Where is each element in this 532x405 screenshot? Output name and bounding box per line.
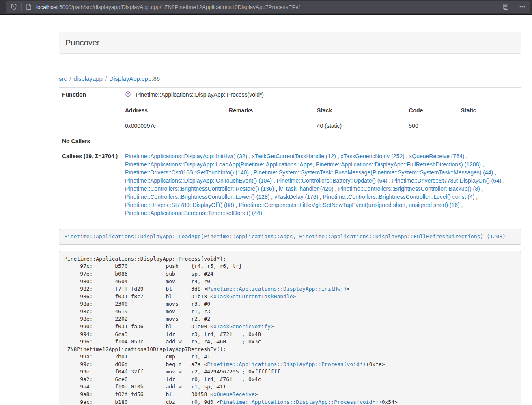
no-callers-row: No Callers xyxy=(59,134,521,149)
browser-toolbar: localhost:5000/path/src/displayapp/Displ… xyxy=(0,0,532,15)
breadcrumb-line-number: :86 xyxy=(151,75,160,82)
urlbar-separator xyxy=(21,3,22,11)
highlighted-symbol-box: Pinetime::Applications::DisplayApp::Load… xyxy=(59,229,521,245)
asm-symbol-link[interactable]: xQueueReceive xyxy=(213,391,255,397)
remarks-header: Remarks xyxy=(226,103,314,118)
callee-link[interactable]: Pinetime::Applications::DisplayApp::Load… xyxy=(125,161,481,168)
asm-symbol-link[interactable]: xTaskGenericNotify xyxy=(213,323,271,330)
static-header: Static xyxy=(457,103,521,118)
callee-link[interactable]: Pinetime::Drivers::Cst816S::GetTouchInfo… xyxy=(125,169,249,176)
callee-link[interactable]: xTaskGetCurrentTaskHandle (12) xyxy=(252,153,336,159)
breadcrumb: src/displayapp/DisplayApp.cpp:86 xyxy=(59,75,521,82)
function-label: Function xyxy=(59,88,122,103)
asm-symbol-link[interactable]: Pinetime::Applications::DisplayApp::Proc… xyxy=(207,361,366,367)
callee-link[interactable]: Pinetime::Controllers::BrightnessControl… xyxy=(125,185,274,192)
callees-row: Callees (19, Σ=3704 ) Pinetime::Applicat… xyxy=(59,149,521,220)
asm-symbol-link[interactable]: Pinetime::Applications::DisplayApp::Proc… xyxy=(220,399,379,405)
page-actions-menu-icon[interactable] xyxy=(518,3,526,11)
remarks-value xyxy=(226,118,314,134)
callees-label: Callees (19, Σ=3704 ) xyxy=(59,149,122,220)
breadcrumb-separator: / xyxy=(69,75,71,82)
breadcrumb-link-file[interactable]: DisplayApp.cpp xyxy=(109,75,151,82)
url-bar[interactable]: localhost:5000/path/src/displayapp/Displ… xyxy=(6,1,530,13)
address-header: Address xyxy=(122,103,226,118)
callee-link[interactable]: Pinetime::System::SystemTask::PushMessag… xyxy=(254,169,493,176)
details-empty-label xyxy=(59,103,122,134)
code-header: Code xyxy=(405,103,457,118)
function-name: Pinetime::Applications::DisplayApp::Proc… xyxy=(136,91,264,98)
asm-symbol-link[interactable]: xTaskGetCurrentTaskHandle xyxy=(213,293,293,299)
details-row: Address Remarks Stack Code Static 0x0000… xyxy=(59,103,521,134)
page-title-panel: Puncover xyxy=(59,32,521,54)
stack-header: Stack xyxy=(314,103,406,118)
callee-link[interactable]: xQueueReceive (764) xyxy=(409,153,464,159)
url-text[interactable]: localhost:5000/path/src/displayapp/Displ… xyxy=(36,4,300,10)
callee-link[interactable]: Pinetime::Applications::Screens::Timer::… xyxy=(125,210,262,216)
url-path: :5000/path/src/displayapp/DisplayApp.cpp… xyxy=(58,4,300,10)
callee-link[interactable]: Pinetime::Applications::DisplayApp::Init… xyxy=(125,153,247,159)
callee-link[interactable]: Pinetime::Controllers::Battery::Update()… xyxy=(277,177,388,184)
callee-link[interactable]: Pinetime::Applications::DisplayApp::OnTo… xyxy=(125,177,272,184)
callee-link[interactable]: Pinetime::Controllers::BrightnessControl… xyxy=(323,194,474,200)
breadcrumb-link-src[interactable]: src xyxy=(59,75,67,82)
callee-link[interactable]: Pinetime::Drivers::St7789::DisplayOn() (… xyxy=(392,177,501,184)
stack-value: 40 (static) xyxy=(314,118,406,134)
symbol-cube-icon xyxy=(125,92,133,99)
page-title: Puncover xyxy=(65,38,100,47)
disassembly-box: Pinetime::Applications::DisplayApp::Proc… xyxy=(59,251,521,405)
details-table: Address Remarks Stack Code Static 0x0000… xyxy=(122,103,521,134)
callee-link[interactable]: vTaskDelay (176) xyxy=(274,194,318,200)
loadapp-symbol-link[interactable]: Pinetime::Applications::DisplayApp::Load… xyxy=(64,233,506,239)
page-container: Puncover src/displayapp/DisplayApp.cpp:8… xyxy=(59,32,521,405)
reader-mode-icon[interactable] xyxy=(502,3,510,11)
callee-link[interactable]: xTaskGenericNotify (252) xyxy=(340,153,404,159)
callee-link[interactable]: Pinetime::Controllers::BrightnessControl… xyxy=(125,194,269,200)
callee-link[interactable]: Pinetime::Drivers::St7789::DisplayOff() … xyxy=(125,202,234,208)
shield-icon[interactable] xyxy=(10,3,18,11)
no-callers-label: No Callers xyxy=(59,134,122,149)
address-value: 0x0000097c xyxy=(122,118,226,134)
urlbar-separator-right xyxy=(514,3,514,11)
details-value-row: 0x0000097c 40 (static) 500 xyxy=(122,118,521,134)
asm-symbol-link[interactable]: Pinetime::Applications::DisplayApp::Init… xyxy=(207,286,347,292)
code-value: 500 xyxy=(405,118,457,134)
breadcrumb-separator: / xyxy=(105,75,107,82)
callee-link[interactable]: lv_task_handler (420) xyxy=(279,185,334,192)
breadcrumb-link-displayapp[interactable]: displayapp xyxy=(73,75,103,82)
static-value xyxy=(457,118,521,134)
page-info-icon[interactable] xyxy=(25,3,33,11)
callee-link[interactable]: Pinetime::Controllers::BrightnessControl… xyxy=(338,185,480,192)
callees-list: Pinetime::Applications::DisplayApp::Init… xyxy=(122,149,521,220)
url-host: localhost xyxy=(36,4,58,10)
callee-link[interactable]: Pinetime::Components::LittleVgl::SetNewT… xyxy=(239,202,460,208)
symbol-table: Function Pinetime::Applications::Display… xyxy=(59,87,521,221)
divider xyxy=(59,66,521,66)
details-header-row: Address Remarks Stack Code Static xyxy=(122,103,521,118)
function-row: Function Pinetime::Applications::Display… xyxy=(59,88,521,103)
